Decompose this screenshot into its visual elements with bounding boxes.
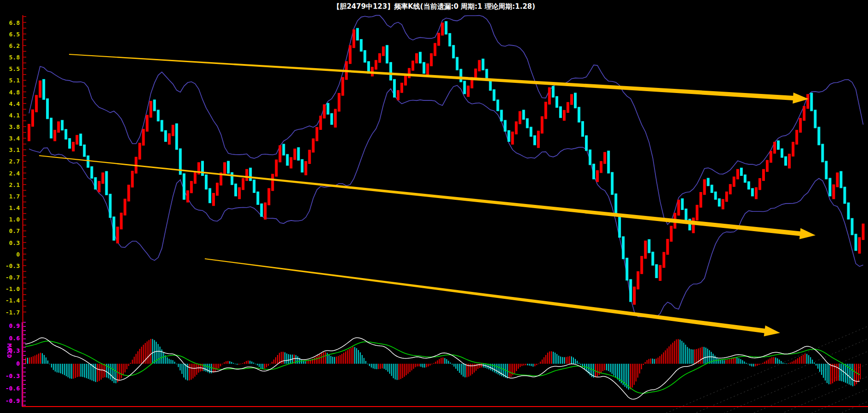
macd-hist-bar	[323, 352, 324, 364]
macd-hist-bar	[562, 357, 563, 364]
candle	[766, 160, 769, 172]
candle	[282, 144, 285, 155]
macd-gridline	[23, 401, 868, 413]
candle	[64, 129, 67, 140]
macd-hist-bar	[321, 353, 322, 364]
candle	[341, 77, 344, 96]
macd-hist-bar	[400, 364, 401, 379]
trend-arrow[interactable]	[205, 258, 780, 337]
macd-gridline	[23, 351, 868, 413]
chart-title: 【胆2479中123】频率K线(当前遗漏:0 周期:1 理论周期:1.28)	[0, 0, 868, 13]
macd-hist-bar	[720, 360, 721, 364]
macd-hist-bar	[770, 358, 770, 364]
macd-hist-bar	[597, 364, 598, 377]
candle	[260, 204, 263, 217]
macd-hist-bar	[496, 364, 497, 373]
candle	[389, 62, 392, 81]
candle	[773, 142, 776, 154]
candle	[862, 224, 865, 240]
macd-hist-bar	[345, 351, 346, 364]
macd-hist-bar	[445, 358, 446, 364]
chart-canvas[interactable]: 6.86.56.25.85.55.14.84.44.13.83.43.12.72…	[0, 0, 868, 413]
macd-hist-bar	[84, 364, 85, 378]
macd-hist-bar	[128, 364, 129, 366]
macd-hist-bar	[674, 341, 675, 364]
trend-arrows[interactable]	[39, 54, 816, 337]
macd-hist-bar	[220, 364, 221, 366]
macd-hist-bar	[788, 363, 789, 364]
candle	[256, 192, 259, 205]
main-tick-label: 4.8	[9, 89, 20, 96]
macd-hist-bar	[246, 361, 247, 364]
candle	[305, 161, 307, 175]
macd-hist-bar	[567, 357, 568, 364]
macd-hist-bar	[777, 358, 778, 364]
candle	[190, 181, 193, 193]
macd-hist-bar	[738, 358, 739, 364]
candle	[153, 99, 156, 111]
trend-arrow[interactable]	[39, 155, 816, 239]
main-tick-label: 4.1	[9, 112, 20, 119]
main-tick-label: -1.4	[6, 297, 20, 304]
candle	[681, 198, 684, 210]
candle	[581, 121, 584, 137]
macd-hist-bar	[332, 357, 333, 364]
macd-hist-bar	[29, 358, 30, 364]
macd-hist-bar	[457, 364, 458, 371]
candle	[570, 94, 573, 105]
macd-hist-bar	[755, 364, 756, 366]
candle	[382, 47, 385, 56]
macd-hist-bar	[125, 364, 126, 372]
macd-hist-bar	[112, 364, 113, 381]
macd-hist-bar	[779, 360, 780, 364]
main-tick-label: 0.3	[9, 239, 20, 246]
macd-hist-bar	[424, 364, 425, 367]
candle	[131, 171, 134, 187]
macd-hist-bar	[57, 364, 58, 372]
macd-hist-bar	[740, 359, 741, 364]
candle	[441, 23, 444, 35]
macd-hist-bar	[612, 364, 613, 374]
candle	[600, 161, 602, 173]
macd-hist-bar	[354, 347, 355, 364]
macd-hist-bar	[58, 364, 59, 373]
macd-hist-bar	[283, 352, 284, 364]
candle	[722, 199, 724, 209]
macd-hist-bar	[82, 364, 83, 377]
macd-hist-bar	[399, 364, 399, 380]
candle	[42, 79, 45, 100]
candle	[806, 94, 809, 109]
macd-hist-bar	[516, 364, 517, 371]
macd-hist-bar	[238, 364, 239, 365]
macd-hist-bar	[760, 364, 761, 364]
candle	[832, 185, 835, 199]
trend-arrow[interactable]	[69, 54, 809, 104]
macd-hist-bar	[176, 364, 177, 364]
candle	[736, 169, 739, 179]
macd-hist-bar	[185, 364, 186, 379]
candle	[208, 188, 211, 204]
candle	[448, 33, 451, 47]
macd-hist-bar	[189, 364, 190, 380]
candle	[629, 279, 632, 302]
candle	[758, 178, 761, 190]
macd-hist-bar	[138, 351, 139, 364]
main-tick-label: 4.4	[9, 100, 20, 107]
macd-hist-bar	[308, 361, 309, 364]
candle	[364, 50, 366, 63]
macd-hist-bar	[747, 364, 748, 364]
candle	[685, 209, 688, 220]
macd-hist-bar	[804, 354, 805, 364]
candle	[592, 164, 595, 180]
macd-hist-bar	[672, 343, 673, 364]
macd-hist-bar	[40, 353, 41, 364]
macd-hist-bar	[573, 357, 574, 364]
macd-hist-bar	[121, 364, 122, 378]
macd-hist-bar	[356, 348, 357, 364]
candle	[828, 178, 831, 196]
macd-hist-bar	[852, 364, 853, 386]
candle	[238, 187, 241, 199]
macd-hist-bar	[817, 364, 818, 369]
macd-hist-bar	[422, 364, 423, 367]
candle	[319, 116, 322, 130]
